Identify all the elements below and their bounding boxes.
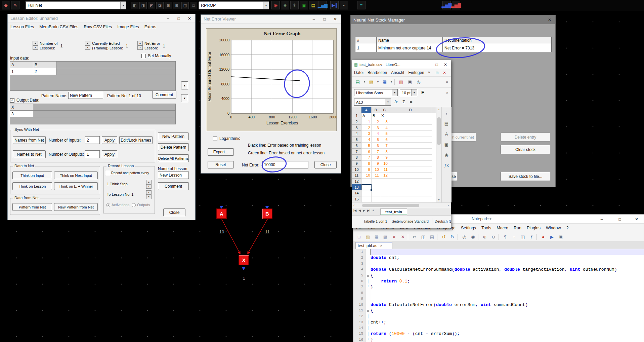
column-header-D[interactable]: D xyxy=(389,107,432,113)
row-header-8[interactable]: 8 xyxy=(352,155,361,161)
cell[interactable]: A xyxy=(361,113,372,119)
cell[interactable]: 8 xyxy=(361,161,372,167)
fold-margin[interactable] xyxy=(366,255,371,261)
separator[interactable] xyxy=(437,234,439,240)
separator[interactable] xyxy=(536,234,538,240)
combo-arrow-icon[interactable]: ▼ xyxy=(263,2,269,9)
think-step-spinner[interactable]: ▲▼ xyxy=(146,180,152,189)
save-icon[interactable]: ▦ xyxy=(381,78,388,85)
separator[interactable] xyxy=(458,234,459,240)
think-on-l-winner-button[interactable]: Think on L. + Winner xyxy=(54,182,98,190)
minimize-icon[interactable]: – xyxy=(424,63,432,67)
fold-margin[interactable]: ⊟ xyxy=(366,273,371,278)
row-header-13[interactable]: 13 xyxy=(352,184,361,190)
fold-margin[interactable]: └ xyxy=(366,284,371,290)
fold-margin[interactable] xyxy=(366,267,371,272)
column-header-A[interactable]: A xyxy=(361,107,372,113)
cell[interactable] xyxy=(389,113,432,119)
delete-all-patterns-button[interactable]: Delete All Patterns xyxy=(158,154,189,162)
code-line[interactable]: 8 xyxy=(353,290,644,296)
code-line[interactable]: 3 xyxy=(353,261,644,267)
lesson-counter-spinner[interactable]: ▲▼ xyxy=(85,41,90,50)
code-line[interactable]: 7└} xyxy=(353,284,644,290)
neuron-a[interactable]: A xyxy=(216,208,227,219)
zoom-in-icon[interactable]: ⊕ xyxy=(481,233,488,240)
row-header-2[interactable]: 2 xyxy=(352,119,361,125)
cell[interactable] xyxy=(389,137,432,143)
apply-outputs-button[interactable]: Apply xyxy=(102,150,117,158)
last-sheet-icon[interactable]: ▶| xyxy=(367,209,370,212)
number-of-outputs-input[interactable]: 1 xyxy=(85,150,100,158)
teacher-manager-icon[interactable]: ◉ xyxy=(271,1,280,9)
word-wrap-icon[interactable]: ¶ xyxy=(502,233,509,240)
cell[interactable] xyxy=(389,143,432,149)
close-icon[interactable]: ✕ xyxy=(184,14,195,23)
pattern-name-input[interactable]: New Pattern xyxy=(68,92,103,99)
styles-icon[interactable]: A xyxy=(445,131,448,137)
minimize-icon[interactable]: – xyxy=(597,215,607,223)
new-file-icon[interactable]: □ xyxy=(355,233,363,240)
replace-with-current-net-button[interactable]: h current net xyxy=(450,132,476,142)
cell[interactable]: 10 xyxy=(361,173,372,179)
minimize-icon[interactable]: – xyxy=(163,14,173,23)
menu-item[interactable]: Bearbeiten xyxy=(366,70,389,76)
stock-row-num[interactable]: 1 xyxy=(355,44,377,52)
activations-radio[interactable] xyxy=(106,203,110,207)
cell[interactable] xyxy=(389,155,432,161)
cell[interactable]: 10 xyxy=(372,166,380,173)
paste-icon[interactable]: ▤ xyxy=(428,233,436,240)
calc-titlebar[interactable]: ▦ test_train.csv - LibreO... – □ ✕ xyxy=(352,60,451,69)
row-header-9[interactable]: 9 xyxy=(352,161,361,167)
open-file-icon[interactable]: ▨ xyxy=(364,233,372,240)
relation-icon-1[interactable]: ◧ xyxy=(131,2,138,9)
doc-map-icon[interactable]: ◫ xyxy=(519,233,526,240)
new-pattern-from-net-button[interactable]: New Pattern from Net xyxy=(54,203,98,211)
column-header-B[interactable]: B xyxy=(372,107,380,113)
pattern-from-net-button[interactable]: Pattern from Net xyxy=(12,203,52,211)
cell[interactable] xyxy=(389,125,432,131)
menu-item[interactable]: Datei xyxy=(352,70,366,76)
lesson-editor-icon[interactable]: ▣ xyxy=(300,1,308,9)
vertical-scrollbar[interactable]: ▲ ▼ xyxy=(436,107,441,202)
logarithmic-checkbox[interactable] xyxy=(213,137,217,141)
cell[interactable]: 6 xyxy=(372,143,380,149)
pattern-burst-icon[interactable]: ✳ xyxy=(290,1,299,9)
save-macro-icon[interactable]: ▣ xyxy=(557,233,564,240)
sheet-tab-test-train[interactable]: test_train xyxy=(380,208,407,215)
edit-net-icon[interactable]: ✎ xyxy=(11,1,19,9)
number-of-inputs-input[interactable]: 2 xyxy=(85,136,100,144)
row-header-12[interactable]: 12 xyxy=(352,179,361,185)
cell[interactable]: 3 xyxy=(361,131,372,137)
replace-icon[interactable]: ◉ xyxy=(469,233,477,240)
menu-item[interactable]: Macro xyxy=(494,225,511,231)
grid-icon[interactable]: ⊞ xyxy=(434,70,440,76)
column-header-C[interactable]: C xyxy=(380,107,389,113)
export-button[interactable]: Export... xyxy=(208,148,234,156)
tab-test-pbl[interactable]: test_pbl.as ✕ xyxy=(355,242,392,249)
fold-margin[interactable] xyxy=(366,296,371,302)
teacher-combo[interactable]: RPROP ▼ xyxy=(199,1,269,9)
menu-item[interactable]: Einfügen xyxy=(406,70,426,76)
code-line[interactable]: 9 xyxy=(353,296,644,302)
cell[interactable] xyxy=(380,196,389,202)
cell[interactable]: 5 xyxy=(361,143,372,149)
set-manually-checkbox[interactable] xyxy=(141,54,146,58)
minimize-icon[interactable]: – xyxy=(309,15,319,23)
cell[interactable]: 2 xyxy=(361,125,372,131)
net-error-input[interactable]: 10000 xyxy=(262,161,308,168)
menu-item[interactable]: MemBrain CSV Files xyxy=(37,24,81,30)
input-cell[interactable]: 1 xyxy=(10,68,33,75)
stock-manager-titlebar[interactable]: Neural Net Stock Manager ✕ xyxy=(351,15,555,24)
combo-arrow-icon[interactable]: ▼ xyxy=(120,2,126,9)
formula-icon[interactable]: = xyxy=(410,99,413,104)
think-on-input-button[interactable]: Think on Input xyxy=(12,172,52,179)
input-cell[interactable]: 2 xyxy=(33,68,56,75)
stock-col-header-doc[interactable]: Documentation xyxy=(442,37,552,44)
separator[interactable] xyxy=(499,234,500,240)
new-pattern-button[interactable]: New Pattern xyxy=(158,132,189,140)
view-icon-1[interactable]: □ xyxy=(190,2,197,9)
scrollbar-thumb[interactable] xyxy=(362,204,419,207)
pattern-down-button[interactable]: ▼ xyxy=(181,94,188,102)
cell[interactable] xyxy=(372,190,380,196)
next-sheet-icon[interactable]: ▶ xyxy=(363,209,365,212)
